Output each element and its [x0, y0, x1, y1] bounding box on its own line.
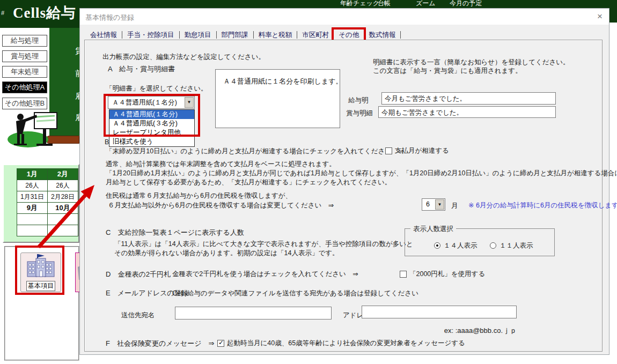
- calendar-cell: 9月: [17, 203, 48, 214]
- payslip-type-droplist: Ａ４普通用紙(１名分) Ａ４普通用紙(３名分) レーザープリンタ用他 旧様式を使…: [109, 109, 195, 147]
- basic-info-dialog: 基本情報の登録 × 会社情報 手当・控除項目 勤怠項目 部門部課 料率と税額 市…: [79, 8, 609, 355]
- payslip-message-label: 給与明: [348, 96, 369, 105]
- radio-11-label: １１人表示: [500, 241, 533, 250]
- tab-separator: [400, 31, 401, 39]
- radio-14-people[interactable]: [434, 242, 440, 249]
- section-c-heading: C 支給控除一覧表１ページに表示する人数: [106, 228, 244, 237]
- board-partial-text: 雇: [75, 91, 79, 101]
- sidebar-item-bonus[interactable]: 賞与処理: [2, 50, 47, 62]
- display-count-groupbox: 表示人数選択 １４人表示 １１人表示: [405, 228, 555, 256]
- basic-settings-label: 基本項目: [26, 281, 55, 291]
- recipient-name-input[interactable]: [175, 307, 332, 320]
- tab-department[interactable]: 部門部課: [217, 29, 253, 41]
- droplist-option-selected[interactable]: Ａ４普通用紙(１名分): [109, 110, 194, 119]
- calendar-cell: 1月31日: [17, 191, 48, 203]
- launcher-panel: 基本項目: [4, 246, 79, 361]
- payslip-select-label: 「明細書」を選択してください。: [106, 84, 208, 93]
- section-d-heading: D 金種表の2千円札: [106, 270, 171, 279]
- droplist-option[interactable]: 旧様式を使う: [109, 137, 194, 146]
- tab-attendance[interactable]: 勤怠項目: [180, 29, 216, 41]
- payslip-type-combobox[interactable]: Ａ４普通用紙(１名分) ▼: [108, 96, 195, 109]
- schedule-table: 1月 2月 26人 26人 1月31日 2月28日 9月 10月: [17, 168, 78, 236]
- calendar-cell: 10月: [47, 203, 78, 214]
- section-d-text: 金種表で2千円札を使う場合はチェックを入れてください ⇒: [172, 270, 358, 279]
- section-a-heading: A 給与・賞与明細書: [108, 64, 175, 74]
- radio-11-people[interactable]: [490, 242, 496, 249]
- bill-2000-checkbox-label: 「2000円札」を使用する: [409, 270, 485, 279]
- building-icon: [25, 253, 56, 278]
- resident-tax-line2: ６月支払給与以外から6月の住民税を徴収する場合は変更してください ⇒: [108, 201, 334, 210]
- tab-other-active[interactable]: その他: [334, 29, 364, 41]
- tab-formula[interactable]: 数式情報: [364, 29, 400, 41]
- sidebar-item-other-a[interactable]: その他処理A: [2, 81, 47, 93]
- payment-month-checkbox[interactable]: [385, 147, 392, 154]
- calendar-header: 2月: [47, 169, 78, 180]
- screen: # Cells給与 年齢チェック 台帳 ズーム 今月の予定 賃 前 雇 雇 給与…: [0, 0, 617, 364]
- sidebar-item-other-b[interactable]: その他処理B: [2, 98, 47, 109]
- droplist-option[interactable]: レーザープリンタ用他: [109, 128, 194, 137]
- section-c-desc1: 「11人表示」は「14人表示」に比べて大きな文字で表示されますが、手当や控除項目…: [114, 240, 413, 249]
- section-f-heading: F 社会保険変更のメッセージ ⇒: [106, 339, 214, 348]
- payment-paragraph-2: 「1月20日締め1月末払い」のように締め月と支払月が同じであれば1月給与として保…: [106, 169, 617, 178]
- dialog-tabs: 会社情報 手当・控除項目 勤怠項目 部門部課 料率と税額 市区町村 その他 数式…: [85, 29, 401, 41]
- sidebar-item-yearend[interactable]: 年末処理: [2, 66, 47, 78]
- resident-tax-note: ※ 6月分の給与計算時に6月の住民税を徴収します。: [468, 201, 617, 210]
- hash-mark: #: [1, 10, 4, 16]
- calendar-cell: 26人: [17, 180, 48, 191]
- schedule-panel: 1月 2月 26人 26人 1月31日 2月28日 9月 10月: [3, 164, 79, 243]
- address-input[interactable]: [362, 306, 517, 318]
- calendar-cell: [47, 214, 78, 225]
- message-note-line1: 明細書に表示する一言（簡単なお知らせ）を登録してください。: [373, 58, 570, 67]
- bill-2000-checkbox[interactable]: [400, 271, 407, 278]
- tab-company[interactable]: 会社情報: [85, 29, 122, 41]
- calendar-cell: 26人: [47, 180, 78, 191]
- calendar-header: 1月: [17, 169, 48, 180]
- calendar-cell: 2月28日: [47, 191, 78, 203]
- checkmark-icon: ✓: [218, 339, 224, 346]
- resident-tax-month-combobox[interactable]: 6 ▼: [422, 198, 445, 211]
- droplist-option[interactable]: Ａ４普通用紙(３名分): [109, 119, 194, 128]
- basic-settings-button[interactable]: 基本項目: [20, 252, 61, 292]
- menu-zoom[interactable]: ズーム: [416, 0, 436, 8]
- section-e-text: Cells給与のデータや関連ファイルを送信する宛先がある場合は登録してください: [172, 289, 418, 298]
- calendar-cell: [17, 225, 48, 236]
- resident-tax-line1: 住民税は通常６月支払給与から6月の住民税を徴収しますが、: [106, 191, 292, 200]
- board-partial-text: 雇: [75, 113, 79, 123]
- payment-paragraph-1: 通常、給与計算業務では年末調整を含めて支払月をベースに処理されます。: [106, 160, 336, 169]
- sidebar-item-payroll[interactable]: 給与処理: [2, 35, 47, 47]
- payment-paragraph-3: 月給与として保存する必要があるため、「支払月が相違する」にチェックを入れてくださ…: [106, 178, 391, 187]
- menu-age-check[interactable]: 年齢チェック: [340, 0, 379, 8]
- insurance-message-checkbox[interactable]: ✓: [217, 340, 224, 347]
- radio-14-label: １４人表示: [444, 241, 478, 250]
- payslip-message-input[interactable]: 今月もご苦労さまでした。: [381, 92, 556, 105]
- dialog-title: 基本情報の登録: [85, 13, 134, 23]
- tab-allowance[interactable]: 手当・控除項目: [122, 29, 179, 41]
- close-icon[interactable]: ×: [597, 11, 603, 22]
- payment-month-checkbox-label: 支払月が相違する: [395, 146, 449, 155]
- tab-municipality[interactable]: 市区町村: [297, 29, 334, 41]
- bonus-message-input[interactable]: 今期もご苦労さまでした。: [378, 106, 556, 118]
- recipient-name-label: 送信先宛名: [121, 311, 155, 320]
- presenter-clipart-icon: [6, 112, 58, 148]
- payment-month-line: 「末締め翌月10日払い」のように締め月と支払月が相違する場合にチェックを入れてく…: [106, 147, 404, 156]
- display-count-legend: 表示人数選択: [410, 225, 456, 234]
- month-suffix: 月: [451, 201, 458, 211]
- payslip-description: Ａ４普通用紙に１名分を印刷します。: [223, 77, 343, 86]
- menu-ledger[interactable]: 台帳: [378, 0, 391, 8]
- message-note-line2: この文言は「給与・賞与袋」にも適用されます。: [373, 66, 522, 76]
- payslip-type-value: Ａ４普通用紙(１名分): [112, 98, 177, 107]
- payslip-description-box: Ａ４普通用紙に１名分を印刷します。: [215, 69, 340, 128]
- intro-text: 出力帳票の設定、編集方法などを設定してください。: [102, 53, 265, 62]
- resident-tax-month-value: 6: [426, 200, 430, 208]
- dialog-titlebar: 基本情報の登録 ×: [80, 9, 609, 25]
- bonus-message-label: 賞与明細: [346, 109, 373, 118]
- tab-rates[interactable]: 料率と税額: [254, 29, 297, 41]
- insurance-message-label: 起動時当月に40歳、65歳等年齢により社会保険の変更対象者をメッセージする: [227, 339, 465, 348]
- board-partial-text: 前: [75, 69, 79, 79]
- chevron-down-icon[interactable]: ▼: [435, 199, 444, 210]
- calendar-cell: [47, 225, 78, 236]
- chevron-down-icon[interactable]: ▼: [185, 97, 194, 108]
- calendar-cell: [17, 214, 48, 225]
- topbar-corner-patch: [609, 23, 617, 28]
- app-title: Cells給与: [13, 3, 76, 23]
